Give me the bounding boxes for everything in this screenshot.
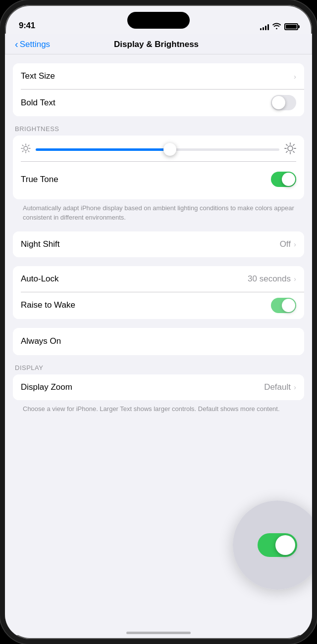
text-settings-group: Text Size › Bold Text [13,63,304,116]
back-chevron-icon: ‹ [15,39,18,50]
svg-line-5 [22,145,23,146]
bold-text-toggle[interactable] [271,95,296,110]
signal-icon [260,23,269,30]
svg-line-16 [293,144,294,145]
sun-large-icon [284,142,296,156]
true-tone-row[interactable]: True Tone [21,167,296,192]
battery-icon [284,23,298,30]
always-on-label: Always On [21,336,61,346]
back-button[interactable]: ‹ Settings [15,39,50,50]
true-tone-description: Automatically adapt iPhone display based… [13,199,304,223]
status-time: 9:41 [19,21,35,31]
svg-line-6 [28,151,29,152]
wifi-icon [272,23,281,31]
sun-small-icon [21,143,31,155]
svg-line-15 [293,151,294,152]
svg-line-8 [22,151,23,152]
display-zoom-row[interactable]: Display Zoom Default › [13,374,304,400]
nav-bar: ‹ Settings Display & Brightness [5,34,312,54]
auto-lock-value: 30 seconds [248,274,291,284]
svg-point-0 [24,146,28,150]
bold-text-label: Bold Text [21,98,55,108]
night-shift-group: Night Shift Off › [13,231,304,257]
home-indicator [126,632,191,634]
svg-line-7 [28,145,29,146]
brightness-slider[interactable] [36,142,279,156]
always-on-toggle-zoomed[interactable] [258,533,297,557]
back-label: Settings [20,40,50,49]
night-shift-chevron-icon: › [294,240,296,248]
raise-to-wake-label: Raise to Wake [21,300,75,310]
brightness-section-label: BRIGHTNESS [5,125,312,136]
svg-point-9 [288,146,293,151]
always-on-row[interactable]: Always On [13,328,304,355]
svg-line-14 [286,144,287,145]
display-zoom-value: Default [264,382,291,392]
raise-to-wake-row[interactable]: Raise to Wake [13,292,304,319]
svg-line-17 [286,151,287,152]
night-shift-value: Off [280,239,291,249]
always-on-group: Always On [13,328,304,355]
display-section-label: DISPLAY [5,364,312,374]
page-title: Display & Brightness [50,40,263,49]
display-zoom-group: Display Zoom Default › [13,374,304,400]
true-tone-label: True Tone [21,175,58,184]
true-tone-toggle[interactable] [271,172,296,187]
bold-text-row[interactable]: Bold Text [13,89,304,116]
auto-lock-row[interactable]: Auto-Lock 30 seconds › [13,266,304,292]
auto-lock-label: Auto-Lock [21,274,59,284]
night-shift-label: Night Shift [21,239,59,249]
status-icons [260,23,298,31]
display-zoom-description: Choose a view for iPhone. Larger Text sh… [5,400,312,414]
night-shift-row[interactable]: Night Shift Off › [13,231,304,257]
brightness-slider-row [21,142,296,156]
phone-frame: 9:41 ‹ S [0,0,317,644]
auto-lock-chevron-icon: › [294,275,296,283]
brightness-group: True Tone [13,136,304,199]
text-size-row[interactable]: Text Size › [13,63,304,89]
raise-to-wake-toggle[interactable] [271,298,296,313]
text-size-label: Text Size [21,71,55,81]
display-zoom-chevron-icon: › [294,383,296,391]
lock-group: Auto-Lock 30 seconds › Raise to Wake [13,266,304,319]
text-size-chevron-icon: › [294,72,296,81]
settings-content: ‹ Settings Display & Brightness Text Siz… [5,34,312,639]
display-zoom-label: Display Zoom [21,382,72,392]
dynamic-island [127,12,190,29]
